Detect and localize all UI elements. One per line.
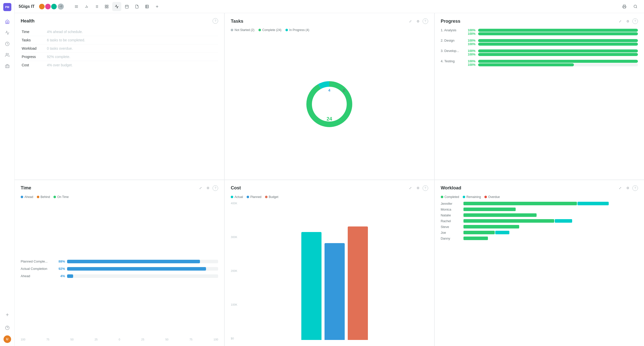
legend-dot (463, 196, 465, 198)
progress-row: 100% (441, 53, 638, 56)
progress-pct: 100% (466, 32, 476, 36)
cost-settings-btn[interactable]: ⚙ (415, 185, 421, 191)
health-title: Health (21, 18, 35, 24)
progress-row: 4. Testing 100% (441, 59, 638, 63)
cost-bar (348, 226, 368, 340)
cost-legend: ActualPlannedBudget (231, 195, 428, 199)
print-btn[interactable] (620, 2, 629, 11)
progress-help-btn[interactable]: ? (632, 18, 638, 24)
avatar-1[interactable] (39, 3, 45, 10)
nav-doc-btn[interactable] (132, 2, 141, 11)
time-bar-track (67, 267, 218, 271)
nav-plus-btn[interactable] (153, 2, 162, 11)
sidebar-add-btn[interactable] (3, 310, 12, 319)
health-row-label: Progress (21, 53, 46, 61)
tasks-settings-btn[interactable]: ⚙ (415, 18, 421, 24)
progress-bar-track (478, 53, 638, 56)
topbar-nav (72, 2, 162, 11)
progress-pct: 100% (466, 39, 476, 42)
avatar-2[interactable] (45, 3, 51, 10)
cost-help-btn[interactable]: ? (423, 185, 428, 191)
avatar-overflow[interactable]: +8 (58, 4, 64, 10)
progress-panel-actions: ⤢ ⚙ ? (617, 18, 638, 24)
progress-section-label: 2. Design (441, 39, 463, 42)
nav-list-btn[interactable] (92, 2, 101, 11)
nav-calendar-btn[interactable] (122, 2, 131, 11)
time-title: Time (21, 185, 31, 191)
search-btn[interactable] (631, 2, 640, 11)
cost-panel: Cost ⤢ ⚙ ? ActualPlannedBudget 400K 300K… (224, 180, 434, 346)
cost-bars-wrapper (241, 202, 428, 341)
tasks-panel-header: Tasks ⤢ ⚙ ? (231, 18, 428, 24)
tasks-help-btn[interactable]: ? (423, 18, 428, 24)
tasks-legend-item: In Progress (4) (285, 28, 309, 32)
time-row: Actual Completion 92% (21, 267, 218, 271)
time-help-btn[interactable]: ? (213, 185, 218, 191)
topbar: 5Gigs IT +8 (15, 0, 644, 13)
progress-row: 100% (441, 63, 638, 67)
progress-bar-fill (478, 43, 638, 46)
progress-section: 2. Design 100% 100% (441, 39, 638, 46)
sidebar-item-home[interactable] (3, 17, 12, 26)
workload-completed-bar (463, 202, 577, 205)
workload-legend-item: Overdue (484, 195, 500, 199)
health-help-btn[interactable]: ? (213, 18, 218, 24)
progress-bar-track (478, 43, 638, 46)
avatar-3[interactable] (51, 3, 57, 10)
app-logo[interactable]: PM (3, 3, 11, 11)
legend-dot (53, 196, 56, 198)
time-settings-btn[interactable]: ⚙ (205, 185, 211, 191)
nav-table-btn[interactable] (142, 2, 152, 11)
workload-settings-btn[interactable]: ⚙ (625, 185, 631, 191)
time-row-pct: 88% (55, 260, 65, 263)
svg-text:4: 4 (328, 88, 331, 92)
cost-expand-btn[interactable]: ⤢ (407, 185, 414, 191)
time-panel-header: Time ⤢ ⚙ ? (21, 185, 218, 191)
progress-section-label: 4. Testing (441, 59, 463, 63)
health-table: Time4% ahead of schedule.Tasks6 tasks to… (21, 28, 218, 69)
nav-menu-btn[interactable] (72, 2, 81, 11)
sidebar-bottom: U (3, 309, 12, 343)
workload-expand-btn[interactable]: ⤢ (617, 185, 623, 191)
progress-bar-fill (478, 53, 638, 56)
sidebar-item-history[interactable] (3, 39, 12, 48)
sidebar-help-btn[interactable] (3, 323, 12, 332)
nav-wave-btn[interactable] (112, 2, 121, 11)
legend-label: Completed (445, 195, 459, 199)
legend-dot (231, 196, 233, 198)
sidebar-item-work[interactable] (3, 62, 12, 71)
time-row-label: Actual Completion (21, 267, 53, 271)
workload-legend: CompletedRemainingOverdue (441, 195, 638, 199)
sidebar-item-users[interactable] (3, 50, 12, 60)
nav-grid-btn[interactable] (102, 2, 111, 11)
legend-dot (231, 29, 233, 31)
cost-bar (301, 232, 321, 340)
time-expand-btn[interactable]: ⤢ (197, 185, 203, 191)
nav-chart-btn[interactable] (82, 2, 91, 11)
progress-pct: 100% (466, 28, 476, 32)
workload-title: Workload (441, 185, 461, 191)
health-row: Time4% ahead of schedule. (21, 28, 218, 36)
cost-bar (325, 243, 345, 340)
legend-label: On Time (57, 195, 69, 199)
workload-legend-item: Completed (441, 195, 459, 199)
time-row-pct: 92% (55, 267, 65, 271)
sidebar-item-activity[interactable] (3, 28, 12, 37)
workload-row: Danny (441, 237, 638, 240)
progress-section-label: 1. Analysis (441, 28, 463, 32)
workload-legend-item: Remaining (463, 195, 481, 199)
tasks-expand-btn[interactable]: ⤢ (407, 18, 414, 24)
workload-help-btn[interactable]: ? (632, 185, 638, 191)
sidebar: PM U (0, 0, 15, 346)
progress-expand-btn[interactable]: ⤢ (617, 18, 623, 24)
progress-pct: 100% (466, 63, 476, 67)
health-row-label: Time (21, 28, 46, 36)
progress-settings-btn[interactable]: ⚙ (625, 18, 631, 24)
health-row-label: Tasks (21, 36, 46, 44)
tasks-title: Tasks (231, 19, 243, 24)
time-legend-item: On Time (53, 195, 69, 199)
workload-row: Natalie (441, 213, 638, 217)
legend-label: Planned (250, 195, 261, 199)
main-content: 5Gigs IT +8 (15, 0, 644, 346)
user-avatar[interactable]: U (4, 335, 11, 343)
